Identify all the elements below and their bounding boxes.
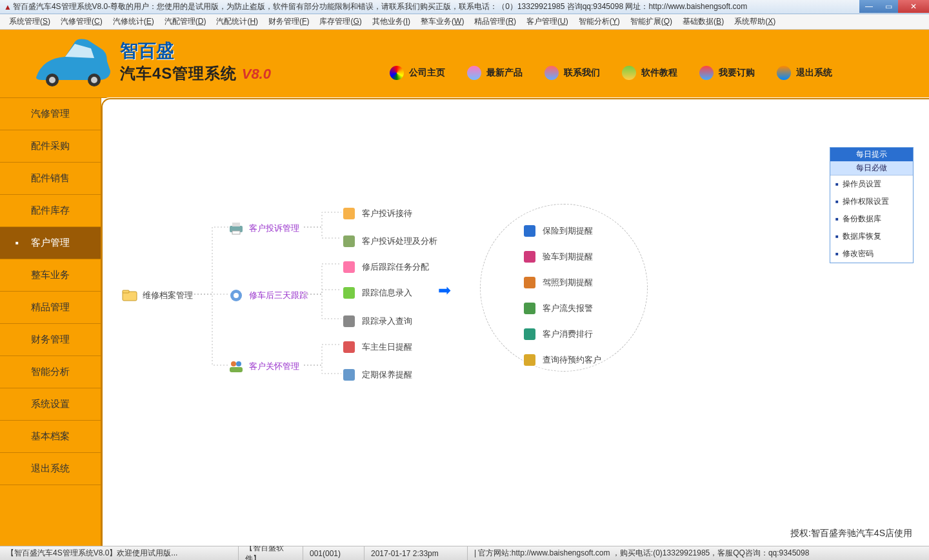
- node-fenxi[interactable]: 客户投诉处理及分析: [341, 234, 437, 249]
- daily-tips-panel: 每日提示 每日必做 操作员设置操作权限设置备份数据库数据库恢复修改密码: [830, 147, 914, 263]
- sidebar-item-zhengche[interactable]: 整车业务: [0, 259, 101, 292]
- header-link-label: 联系我们: [564, 67, 600, 79]
- tutorial-icon: [622, 66, 636, 80]
- news-icon: [467, 66, 481, 80]
- menu-财务管理(F)[interactable]: 财务管理(F): [263, 15, 314, 28]
- svg-rect-19: [343, 341, 355, 353]
- node-label: 保险到期提醒: [543, 225, 593, 237]
- menu-汽修管理(C)[interactable]: 汽修管理(C): [55, 15, 108, 28]
- daily-item[interactable]: 数据库恢复: [830, 228, 913, 245]
- sidebar-item-xitong[interactable]: 系统设置: [0, 388, 101, 421]
- sidebar-item-jiben[interactable]: 基本档案: [0, 421, 101, 453]
- gear-users-icon: [228, 288, 244, 303]
- menu-智能分析(Y)[interactable]: 智能分析(Y): [574, 15, 625, 28]
- exit-icon: [777, 66, 791, 80]
- reminder-icon: [522, 301, 537, 316]
- content-area: 维修档案管理 客户投诉管理 修车后三天跟踪 客户关怀管理 客户投诉接待客户投诉处…: [101, 98, 929, 546]
- header-link-order[interactable]: 我要订购: [699, 66, 755, 80]
- node-root[interactable]: 维修档案管理: [122, 288, 193, 303]
- node-baoyang[interactable]: 定期保养提醒: [341, 367, 412, 383]
- window-maximize-button[interactable]: ▭: [879, 0, 898, 13]
- menu-汽修统计(E)[interactable]: 汽修统计(E): [108, 15, 159, 28]
- node-luru[interactable]: 跟踪信息录入: [341, 285, 412, 301]
- header-band: 智百盛 汽车4S管理系统 V8.0 公司主页最新产品联系我们软件教程我要订购退出…: [0, 30, 929, 98]
- circle-node-yanche[interactable]: 验车到期提醒: [522, 249, 601, 265]
- daily-item[interactable]: 备份数据库: [830, 210, 913, 228]
- node-label: 客户关怀管理: [249, 361, 299, 372]
- home-icon: [390, 66, 404, 80]
- sidebar-item-kehu[interactable]: 客户管理: [0, 227, 101, 259]
- daily-item[interactable]: 修改密码: [830, 245, 913, 263]
- menu-库存管理(G)[interactable]: 库存管理(G): [314, 15, 366, 28]
- node-label: 跟踪信息录入: [362, 287, 412, 299]
- menu-汽配管理(D)[interactable]: 汽配管理(D): [159, 15, 212, 28]
- authorization-text: 授权:智百盛奔驰汽车4S店使用: [790, 528, 912, 539]
- window-minimize-button[interactable]: —: [859, 0, 879, 13]
- sidebar-item-peijian-xiaoshou[interactable]: 配件销售: [0, 163, 101, 195]
- svg-point-12: [236, 361, 241, 366]
- header-link-exit[interactable]: 退出系统: [777, 66, 832, 80]
- menu-系统管理(S)[interactable]: 系统管理(S): [4, 15, 55, 28]
- sidebar-item-qixiu[interactable]: 汽修管理: [0, 98, 101, 130]
- app-icon: ▲: [4, 3, 12, 12]
- menu-智能扩展(Q)[interactable]: 智能扩展(Q): [625, 15, 677, 28]
- node-care-mgmt[interactable]: 客户关怀管理: [228, 359, 299, 374]
- leaf-icon: [341, 314, 357, 329]
- menu-整车业务(W)[interactable]: 整车业务(W): [415, 15, 469, 28]
- svg-rect-22: [524, 251, 535, 263]
- daily-item[interactable]: 操作员设置: [830, 175, 913, 193]
- circle-items: 保险到期提醒验车到期提醒驾照到期提醒客户流失报警客户消费排行查询待预约客户: [522, 223, 601, 378]
- circle-node-liushi[interactable]: 客户流失报警: [522, 301, 601, 316]
- folder-icon: [122, 288, 137, 303]
- status-app: 【智百盛汽车4S管理系统V8.0】欢迎使用试用版...: [0, 546, 239, 560]
- car-logo-icon: [30, 32, 114, 90]
- circle-node-xiaofei[interactable]: 客户消费排行: [522, 326, 601, 342]
- node-jiedai[interactable]: 客户投诉接待: [341, 206, 412, 221]
- svg-point-10: [234, 293, 239, 298]
- sidebar-item-jingpin[interactable]: 精品管理: [0, 292, 101, 324]
- node-complaint-mgmt[interactable]: 客户投诉管理: [228, 221, 299, 236]
- daily-item[interactable]: 操作权限设置: [830, 193, 913, 210]
- header-link-label: 退出系统: [796, 67, 832, 79]
- circle-node-jiazhao[interactable]: 驾照到期提醒: [522, 275, 601, 290]
- header-link-home[interactable]: 公司主页: [390, 66, 445, 80]
- leaf-icon: [341, 367, 357, 383]
- menu-客户管理(U)[interactable]: 客户管理(U): [521, 15, 574, 28]
- sidebar-item-peijian-kucun[interactable]: 配件库存: [0, 195, 101, 227]
- leaf-icon: [341, 285, 357, 301]
- node-label: 客户投诉处理及分析: [362, 235, 437, 247]
- menu-汽配统计(H)[interactable]: 汽配统计(H): [211, 15, 263, 28]
- circle-node-yuyue[interactable]: 查询待预约客户: [522, 352, 601, 368]
- node-fenpei[interactable]: 修后跟踪任务分配: [341, 259, 429, 275]
- svg-rect-26: [524, 354, 535, 366]
- node-after3days[interactable]: 修车后三天跟踪: [228, 288, 308, 303]
- menu-精品管理(R)[interactable]: 精品管理(R): [469, 15, 521, 28]
- sidebar-item-zhineng[interactable]: 智能分析: [0, 356, 101, 388]
- node-label: 客户流失报警: [543, 303, 593, 314]
- sidebar-item-caiwu[interactable]: 财务管理: [0, 324, 101, 356]
- reminder-icon: [522, 275, 537, 290]
- circle-node-baoxian[interactable]: 保险到期提醒: [522, 223, 601, 239]
- menu-基础数据(B)[interactable]: 基础数据(B): [677, 15, 729, 28]
- header-link-news[interactable]: 最新产品: [467, 66, 523, 80]
- menu-系统帮助(X)[interactable]: 系统帮助(X): [729, 15, 781, 28]
- menu-其他业务(I)[interactable]: 其他业务(I): [367, 15, 415, 28]
- logo-area: 智百盛 汽车4S管理系统 V8.0: [30, 32, 271, 90]
- header-link-contact[interactable]: 联系我们: [544, 66, 600, 80]
- leaf-icon: [341, 259, 357, 275]
- sidebar-item-peijian-caigou[interactable]: 配件采购: [0, 130, 101, 163]
- reminder-icon: [522, 352, 537, 368]
- sidebar-item-tuichu[interactable]: 退出系统: [0, 453, 101, 485]
- header-link-tutorial[interactable]: 软件教程: [622, 66, 677, 80]
- node-chaxun[interactable]: 跟踪录入查询: [341, 314, 412, 329]
- node-label: 驾照到期提醒: [543, 277, 593, 288]
- panel-subtitle: 每日必做: [830, 161, 913, 175]
- svg-rect-8: [232, 231, 240, 234]
- order-icon: [699, 66, 714, 80]
- window-close-button[interactable]: ✕: [898, 0, 929, 13]
- node-shengri[interactable]: 车主生日提醒: [341, 339, 412, 355]
- node-label: 跟踪录入查询: [362, 315, 412, 327]
- status-bar: 【智百盛汽车4S管理系统V8.0】欢迎使用试用版... 【智百盛软件】 001(…: [0, 546, 929, 560]
- svg-rect-18: [343, 315, 355, 327]
- leaf-icon: [341, 234, 357, 249]
